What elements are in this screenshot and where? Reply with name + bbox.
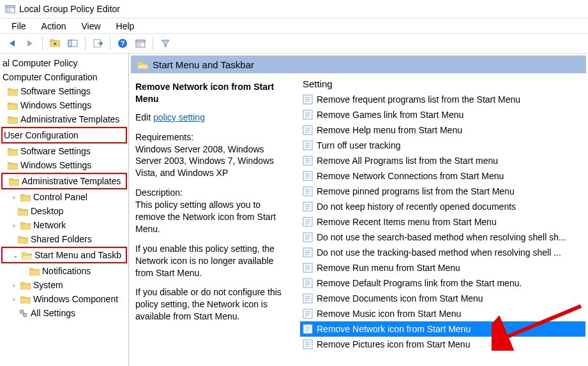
list-item[interactable]: Remove Games link from Start Menu	[300, 107, 585, 122]
menu-action[interactable]: Action	[35, 20, 73, 33]
svg-rect-10	[68, 40, 72, 47]
tree-item[interactable]: ›System	[1, 278, 127, 292]
tree-all-settings[interactable]: All Settings	[1, 306, 127, 320]
policy-icon	[303, 278, 313, 288]
list-item[interactable]: Remove Default Programs link from the St…	[300, 275, 585, 291]
properties-button[interactable]	[132, 36, 149, 51]
list-item[interactable]: Remove Network Connections from Start Me…	[300, 168, 585, 184]
list-item[interactable]: Remove Run menu from Start Menu	[300, 260, 585, 275]
titlebar: Local Group Policy Editor	[0, 0, 588, 18]
tree-admin-templates[interactable]: Administrative Templates	[3, 174, 126, 188]
list-item-label: Do not keep history of recently opened d…	[317, 201, 516, 212]
tree-item[interactable]: ›Control Panel	[1, 190, 127, 204]
list-item-label: Remove Run menu from Start Menu	[317, 263, 460, 273]
tree-item[interactable]: ›Network	[1, 218, 127, 232]
folder-icon	[20, 281, 31, 289]
list-item[interactable]: Remove All Programs list from the Start …	[300, 153, 585, 168]
workspace: al Computer Policy Computer Configuratio…	[0, 54, 588, 366]
folder-open-icon	[22, 251, 32, 260]
policy-icon	[303, 247, 313, 258]
tree-item[interactable]: Shared Folders	[1, 232, 127, 246]
expand-icon[interactable]: ›	[10, 222, 18, 229]
settings-list[interactable]: Setting Remove frequent programs list fr…	[300, 77, 585, 362]
expand-icon[interactable]: ›	[10, 282, 18, 289]
back-button[interactable]	[4, 36, 20, 51]
filter-button[interactable]	[157, 36, 174, 51]
list-item[interactable]: Do not use the tracking-based method whe…	[300, 245, 585, 260]
edit-line: Edit policy setting	[135, 112, 292, 124]
description-para2: If you enable this policy setting, the N…	[135, 243, 292, 279]
policy-icon	[303, 110, 313, 120]
menu-file[interactable]: File	[5, 20, 33, 33]
list-item[interactable]: Remove Pictures icon from Start Menu	[300, 337, 585, 352]
description-text: Description:This policy setting allows y…	[135, 187, 292, 235]
expand-icon[interactable]: ›	[10, 194, 18, 201]
tree-item[interactable]: Software Settings	[1, 84, 127, 98]
list-item-label: Remove Music icon from Start Menu	[317, 309, 461, 319]
up-button[interactable]	[47, 36, 63, 51]
list-item[interactable]: Remove pinned programs list from the Sta…	[300, 184, 585, 199]
policy-icon	[303, 217, 313, 227]
list-item[interactable]: Do not use the search-based method when …	[300, 230, 585, 245]
help-button[interactable]: ?	[114, 36, 131, 51]
list-item-label: Do not use the search-based method when …	[317, 232, 566, 242]
list-item-label: Remove Games link from Start Menu	[317, 110, 464, 120]
list-item-label: Remove Documents icon from Start Menu	[317, 293, 483, 304]
menu-help[interactable]: Help	[110, 20, 141, 33]
list-item-label: Remove Recent Items menu from Start Menu	[317, 217, 497, 227]
list-item[interactable]: Remove Network icon from Start Menu	[300, 321, 585, 337]
export-button[interactable]	[89, 36, 106, 51]
folder-open-icon	[137, 61, 147, 69]
list-item[interactable]: Remove frequent programs list from the S…	[300, 92, 585, 107]
policy-icon	[303, 324, 313, 334]
tree-item[interactable]: Windows Settings	[1, 98, 127, 112]
window-title: Local Group Policy Editor	[19, 4, 120, 14]
toolbar-separator	[110, 36, 110, 50]
highlight-start-menu: ⌄Start Menu and Taskb	[1, 247, 127, 263]
edit-policy-link[interactable]: policy setting	[153, 112, 205, 122]
gears-icon	[18, 308, 28, 318]
list-item-label: Do not use the tracking-based method whe…	[317, 247, 561, 258]
policy-icon	[303, 293, 313, 304]
show-hide-tree-button[interactable]	[64, 36, 81, 51]
policy-icon	[303, 186, 313, 196]
description-column: Remove Network icon from Start Menu Edit…	[132, 77, 298, 362]
description-para3: If you disable or do not configure this …	[135, 286, 292, 323]
list-item[interactable]: Remove Documents icon from Start Menu	[300, 291, 585, 306]
list-item-label: Remove pinned programs list from the Sta…	[317, 186, 515, 196]
export-icon	[93, 38, 103, 48]
forward-button[interactable]	[22, 36, 38, 51]
list-item[interactable]: Remove Help menu from Start Menu	[300, 122, 585, 138]
list-item-label: Remove Default Programs link from the St…	[317, 278, 522, 288]
tree-item[interactable]: Administrative Templates	[1, 112, 127, 126]
tree-user-config[interactable]: User Configuration	[3, 128, 126, 142]
tree-item[interactable]: Software Settings	[1, 144, 127, 158]
toolbar-separator	[153, 36, 153, 50]
list-item[interactable]: Turn off user tracking	[300, 138, 585, 153]
collapse-icon[interactable]: ⌄	[11, 252, 19, 259]
list-item[interactable]: Remove Music icon from Start Menu	[300, 306, 585, 321]
list-item-label: Remove frequent programs list from the S…	[317, 94, 520, 105]
tree-item[interactable]: Desktop	[1, 204, 127, 218]
tree-item[interactable]: ›Windows Component	[1, 292, 127, 306]
toolbar-separator	[85, 36, 86, 50]
tree-start-menu[interactable]: ⌄Start Menu and Taskb	[3, 248, 126, 262]
tree-item[interactable]: Windows Settings	[1, 158, 127, 172]
folder-icon	[29, 267, 40, 275]
expand-icon[interactable]: ›	[10, 296, 18, 303]
folder-icon	[18, 235, 28, 244]
tree-item[interactable]: Notifications	[1, 264, 127, 278]
tree-computer-config[interactable]: Computer Configuration	[1, 70, 127, 84]
folder-icon	[9, 177, 19, 186]
folder-icon	[8, 115, 18, 124]
tree-root[interactable]: al Computer Policy	[1, 56, 127, 70]
policy-icon	[303, 263, 313, 273]
highlight-admin-templates: Administrative Templates	[1, 173, 127, 189]
column-header-setting[interactable]: Setting	[300, 77, 585, 92]
menu-view[interactable]: View	[75, 20, 107, 33]
list-item-label: Turn off user tracking	[317, 140, 401, 150]
tree-pane[interactable]: al Computer Policy Computer Configuratio…	[0, 54, 129, 366]
list-item[interactable]: Remove Recent Items menu from Start Menu	[300, 214, 585, 230]
policy-icon	[303, 94, 313, 105]
list-item[interactable]: Do not keep history of recently opened d…	[300, 199, 585, 214]
